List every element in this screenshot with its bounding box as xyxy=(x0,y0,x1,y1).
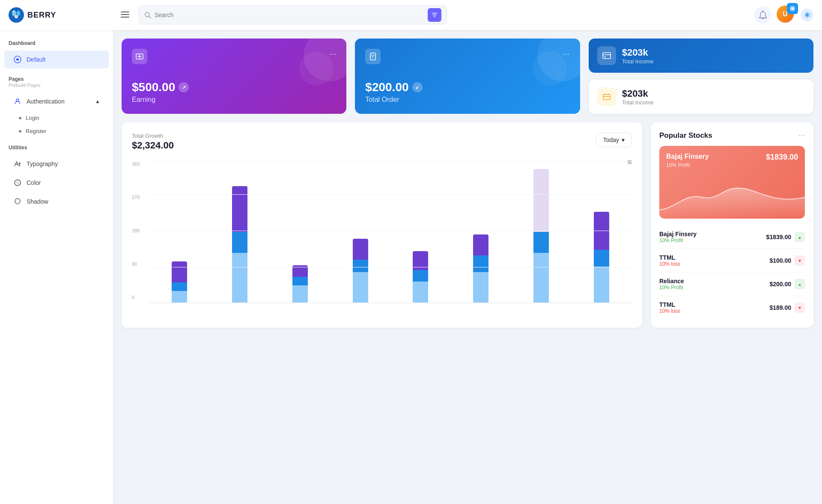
shadow-label: Shadow xyxy=(27,198,48,205)
bar-group xyxy=(153,166,206,302)
sidebar-subitem-register[interactable]: Register xyxy=(0,125,113,138)
income-card-1: $203k Total Income xyxy=(589,39,813,73)
prebuild-label: Prebuild Pages xyxy=(9,83,41,88)
svg-line-9 xyxy=(149,16,151,18)
order-icon xyxy=(365,49,381,64)
svg-point-3 xyxy=(15,15,18,18)
chart-card: Total Growth $2,324.00 Today ▾ ≡ 360 270… xyxy=(122,122,642,328)
order-card-bg-shape2 xyxy=(533,51,567,86)
stock-profit: 10% loss xyxy=(659,308,769,314)
app-name: BERRY xyxy=(27,11,56,20)
hamburger-icon xyxy=(121,12,129,18)
income-1-info: $203k Total Income xyxy=(622,47,654,65)
bar-segment-blue xyxy=(172,282,187,291)
today-button[interactable]: Today ▾ xyxy=(596,133,632,147)
notification-button[interactable] xyxy=(754,6,771,24)
featured-stock-price: $1839.00 xyxy=(766,153,798,162)
income-2-label: Total Income xyxy=(622,99,654,106)
sidebar-item-shadow[interactable]: Shadow xyxy=(4,193,109,210)
bar-segment-light xyxy=(292,285,308,302)
svg-point-2 xyxy=(17,11,20,16)
income-card-2: $203k Total Income xyxy=(589,80,813,114)
bar-segment-purple xyxy=(232,186,247,232)
svg-point-4 xyxy=(12,11,14,12)
settings-badge[interactable] xyxy=(787,3,798,14)
header: BERRY U xyxy=(0,0,822,30)
stock-row: TTML10% loss$189.00▼ xyxy=(659,296,805,319)
bar-segment-light xyxy=(353,272,368,302)
bar-segment-blue xyxy=(594,250,609,267)
dashboard-section-label: Dashboard xyxy=(0,39,113,50)
sub-dot-login xyxy=(19,117,21,119)
bar-segment-blue xyxy=(533,232,549,253)
sidebar-subitem-login[interactable]: Login xyxy=(0,111,113,125)
bar-segment-purple xyxy=(533,169,549,232)
bar-group xyxy=(515,166,568,302)
auth-icon xyxy=(13,97,22,106)
stock-profit: 10% Profit xyxy=(659,285,769,291)
stocks-header: Popular Stocks ··· xyxy=(659,131,805,140)
svg-point-15 xyxy=(16,99,19,101)
bar-group xyxy=(455,166,507,302)
typography-icon xyxy=(13,159,22,169)
bar-segment-purple xyxy=(353,239,368,260)
color-icon xyxy=(13,178,22,187)
stock-name: Bajaj Finsery xyxy=(659,231,766,237)
stocks-title: Popular Stocks xyxy=(659,131,712,140)
stock-rows: Bajaj Finsery10% Profit$1839.00▲TTML10% … xyxy=(659,225,805,319)
sidebar-item-typography[interactable]: Typography xyxy=(4,155,109,173)
avatar-area: U xyxy=(777,6,795,24)
gear-icon xyxy=(789,6,795,12)
svg-rect-5 xyxy=(121,12,129,12)
stock-name: Reliance xyxy=(659,278,769,285)
stock-price: $200.00 xyxy=(769,281,791,288)
featured-stock-profit: 10% Profit xyxy=(666,162,798,168)
income-2-info: $203k Total Income xyxy=(622,88,654,106)
featured-stock-card: Bajaj Finsery 10% Profit $1839.00 xyxy=(659,146,805,219)
trend-down-icon: ▼ xyxy=(795,302,805,313)
bar-segment-light xyxy=(473,272,488,302)
stock-name: TTML xyxy=(659,301,769,308)
chart-menu-icon[interactable]: ≡ xyxy=(627,158,632,167)
login-label: Login xyxy=(26,115,39,121)
sub-dot-register xyxy=(19,130,21,133)
sidebar-auth-label: Authentication xyxy=(27,98,65,105)
search-icon xyxy=(144,12,151,18)
earning-amount: $500.00 ↗ xyxy=(132,80,336,94)
dropdown-chevron-icon: ▾ xyxy=(622,136,625,143)
sidebar-default-label: Default xyxy=(27,56,45,63)
trend-up-icon: ▲ xyxy=(795,279,805,289)
bar-segment-blue xyxy=(413,270,428,282)
main-content: ··· $500.00 ↗ Earning xyxy=(113,30,822,504)
sidebar: Dashboard Default Pages Prebuild Pages xyxy=(0,30,113,504)
stock-price: $100.00 xyxy=(769,257,791,264)
logo-area: BERRY xyxy=(9,7,111,23)
bar-segment-light xyxy=(594,267,609,302)
menu-button[interactable] xyxy=(118,9,132,21)
sidebar-item-default[interactable]: Default xyxy=(4,50,109,68)
filter-button[interactable] xyxy=(428,8,441,22)
bar-segment-light xyxy=(533,253,549,302)
stocks-dots[interactable]: ··· xyxy=(798,131,805,140)
stock-profit: 10% Profit xyxy=(659,237,766,243)
sidebar-item-authentication[interactable]: Authentication ▲ xyxy=(4,92,109,110)
y-axis: 360 270 180 90 0 xyxy=(132,158,140,303)
gear-secondary-button[interactable] xyxy=(801,9,813,21)
svg-rect-6 xyxy=(121,14,129,15)
bar-segment-blue xyxy=(473,255,488,272)
income-1-value: $203k xyxy=(622,47,654,58)
bar-segment-blue xyxy=(292,277,308,285)
order-card: ··· $200.00 ↙ Total Order xyxy=(355,39,580,114)
bar-segment-purple xyxy=(172,261,187,282)
search-bar xyxy=(139,6,447,24)
utilities-section-label: Utilities xyxy=(0,143,113,154)
chart-title: Total Growth xyxy=(132,133,174,139)
chart-info: Total Growth $2,324.00 xyxy=(132,133,174,151)
right-cards: $203k Total Income $203k Total xyxy=(589,39,813,114)
sidebar-item-color[interactable]: Color xyxy=(4,174,109,192)
grid-line-270 xyxy=(149,194,632,195)
bar-segment-purple xyxy=(473,234,488,255)
stock-price: $1839.00 xyxy=(766,234,791,240)
income-1-label: Total Income xyxy=(622,58,654,65)
search-input[interactable] xyxy=(155,12,424,18)
